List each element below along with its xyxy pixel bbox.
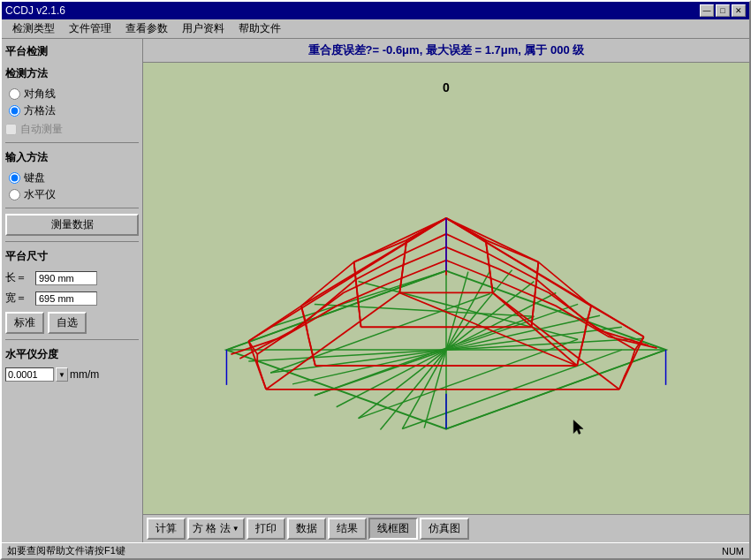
calc-button[interactable]: 计算 xyxy=(147,518,186,540)
zero-label: 0 xyxy=(443,80,450,95)
svg-line-28 xyxy=(315,304,535,316)
close-button[interactable]: ✕ xyxy=(732,4,746,17)
custom-button[interactable]: 自选 xyxy=(48,312,87,334)
width-field-row: 宽＝ xyxy=(5,290,139,306)
svg-line-45 xyxy=(619,337,644,390)
data-button[interactable]: 数据 xyxy=(287,518,326,540)
length-field-row: 长＝ xyxy=(5,269,139,286)
maximize-button[interactable]: □ xyxy=(716,4,730,17)
menu-bar: 检测类型 文件管理 查看参数 用户资料 帮助文件 xyxy=(2,19,749,39)
method-diagonal[interactable]: 对角线 xyxy=(9,87,139,102)
help-text: 如要查阅帮助文件请按F1键 xyxy=(7,544,125,557)
result-button[interactable]: 结果 xyxy=(328,518,367,540)
level-section-title: 水平仪分度 xyxy=(5,345,139,364)
wireframe-button[interactable]: 线框图 xyxy=(368,518,418,540)
level-unit: mm/m xyxy=(70,368,99,381)
canvas-container: 0 xyxy=(143,63,749,514)
method-grid[interactable]: 方格法 xyxy=(9,103,139,118)
divider-1 xyxy=(5,142,139,143)
menu-item-file-management[interactable]: 文件管理 xyxy=(62,19,118,38)
wireframe-svg xyxy=(143,63,749,514)
measure-data-button[interactable]: 测量数据 xyxy=(5,214,139,236)
print-button[interactable]: 打印 xyxy=(247,518,285,540)
size-section-title: 平台尺寸 xyxy=(5,247,139,266)
mouse-cursor xyxy=(573,420,583,435)
level-value-input[interactable] xyxy=(5,367,54,382)
input-keyboard[interactable]: 键盘 xyxy=(9,170,139,185)
menu-item-help[interactable]: 帮助文件 xyxy=(231,19,288,38)
svg-line-37 xyxy=(446,218,644,337)
width-input[interactable] xyxy=(35,291,97,306)
status-bar: 如要查阅帮助文件请按F1键 NUM xyxy=(2,542,749,558)
grid-method-dropdown[interactable]: 方 格 法 ▼ xyxy=(187,518,245,540)
sidebar: 平台检测 检测方法 对角线 方格法 自动测量 输入方法 键盘 xyxy=(2,39,143,542)
num-indicator: NUM xyxy=(722,546,744,556)
level-select-row: ▼ mm/m xyxy=(5,367,139,382)
menu-item-detection-type[interactable]: 检测类型 xyxy=(5,19,62,38)
canvas-area: 重合度误差?= -0.6μm, 最大误差 = 1.7μm, 属于 000 级 0 xyxy=(143,39,749,542)
title-text: CCDJ v2.1.6 xyxy=(5,4,65,17)
app-window: CCDJ v2.1.6 — □ ✕ 检测类型 文件管理 查看参数 用户资料 帮助… xyxy=(0,0,751,560)
platform-section-title: 平台检测 xyxy=(5,42,139,61)
input-level[interactable]: 水平仪 xyxy=(9,187,139,202)
menu-item-view-params[interactable]: 查看参数 xyxy=(118,19,175,38)
standard-button[interactable]: 标准 xyxy=(5,312,44,334)
title-bar-controls: — □ ✕ xyxy=(700,4,746,17)
minimize-button[interactable]: — xyxy=(700,4,714,17)
result-bar: 重合度误差?= -0.6μm, 最大误差 = 1.7μm, 属于 000 级 xyxy=(143,39,749,63)
title-bar: CCDJ v2.1.6 — □ ✕ xyxy=(2,2,749,19)
method-section-title: 检测方法 xyxy=(5,64,139,83)
level-dropdown-arrow[interactable]: ▼ xyxy=(56,367,68,382)
dropdown-arrow-icon: ▼ xyxy=(232,525,239,533)
divider-2 xyxy=(5,208,139,208)
input-radio-group: 键盘 水平仪 xyxy=(5,170,139,202)
menu-item-user-info[interactable]: 用户资料 xyxy=(175,19,231,38)
result-text: 重合度误差?= -0.6μm, 最大误差 = 1.7μm, 属于 000 级 xyxy=(308,43,585,57)
grid-method-label: 方 格 法 xyxy=(193,521,231,536)
input-section-title: 输入方法 xyxy=(5,148,139,167)
divider-4 xyxy=(5,339,139,340)
auto-measure-checkbox[interactable]: 自动测量 xyxy=(5,122,139,137)
svg-line-38 xyxy=(248,341,266,390)
length-label: 长＝ xyxy=(5,270,32,285)
divider-3 xyxy=(5,241,139,242)
width-label: 宽＝ xyxy=(5,291,32,306)
size-buttons: 标准 自选 xyxy=(5,312,139,334)
main-content: 平台检测 检测方法 对角线 方格法 自动测量 输入方法 键盘 xyxy=(2,39,749,542)
bottom-toolbar: 计算 方 格 法 ▼ 打印 数据 结果 线框图 仿真图 xyxy=(143,514,749,542)
method-radio-group: 对角线 方格法 xyxy=(5,87,139,118)
simulation-button[interactable]: 仿真图 xyxy=(420,518,469,540)
length-input[interactable] xyxy=(35,271,97,285)
